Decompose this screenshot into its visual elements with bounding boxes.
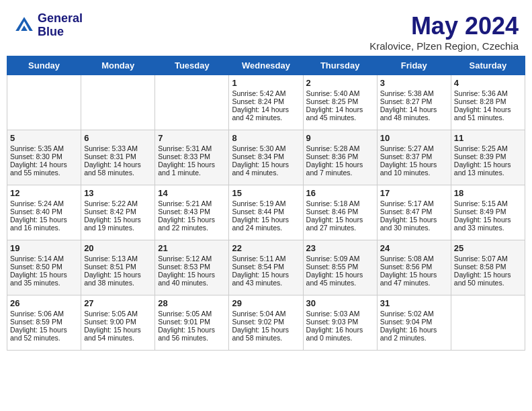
sunset: Sunset: 8:39 PM [454,152,522,161]
month-title: May 2024 [369,12,519,40]
sunrise: Sunrise: 5:11 AM [232,255,300,263]
day-number: 30 [306,298,374,308]
day-number: 8 [232,133,300,143]
sunset: Sunset: 8:37 PM [380,152,448,161]
daylight: Daylight: 15 hours and 30 minutes. [380,216,448,232]
calendar-cell: 7Sunrise: 5:31 AMSunset: 8:33 PMDaylight… [155,130,229,185]
calendar-cell: 13Sunrise: 5:22 AMSunset: 8:42 PMDayligh… [81,185,155,240]
daylight: Daylight: 16 hours and 2 minutes. [380,326,448,342]
sunrise: Sunrise: 5:06 AM [10,310,78,318]
sunset: Sunset: 8:47 PM [380,208,448,216]
daylight: Daylight: 14 hours and 42 minutes. [232,105,300,122]
location: Kralovice, Plzen Region, Czechia [369,40,519,52]
daylight: Daylight: 14 hours and 55 minutes. [10,161,78,177]
sunset: Sunset: 8:42 PM [84,208,152,216]
calendar-cell: 26Sunrise: 5:06 AMSunset: 8:59 PMDayligh… [7,295,81,351]
daylight: Daylight: 14 hours and 58 minutes. [84,161,152,177]
day-number: 29 [232,298,300,308]
sunrise: Sunrise: 5:18 AM [306,199,374,208]
sunset: Sunset: 8:56 PM [380,263,448,271]
sunset: Sunset: 8:30 PM [10,152,78,161]
sunrise: Sunrise: 5:30 AM [232,144,300,152]
calendar-cell: 24Sunrise: 5:08 AMSunset: 8:56 PMDayligh… [377,240,451,295]
calendar-cell: 23Sunrise: 5:09 AMSunset: 8:55 PMDayligh… [303,240,377,295]
sunset: Sunset: 8:34 PM [232,152,300,161]
calendar-cell [451,295,525,351]
calendar-cell: 25Sunrise: 5:07 AMSunset: 8:58 PMDayligh… [451,240,525,295]
day-number: 26 [10,298,78,308]
calendar-cell: 30Sunrise: 5:03 AMSunset: 9:03 PMDayligh… [303,295,377,351]
calendar-cell: 18Sunrise: 5:15 AMSunset: 8:49 PMDayligh… [451,185,525,240]
sunset: Sunset: 8:33 PM [158,152,226,161]
calendar-cell: 21Sunrise: 5:12 AMSunset: 8:53 PMDayligh… [155,240,229,295]
sunset: Sunset: 8:58 PM [454,263,522,271]
sunrise: Sunrise: 5:09 AM [306,255,374,263]
sunset: Sunset: 8:59 PM [10,318,78,326]
day-number: 9 [306,133,374,143]
sunrise: Sunrise: 5:33 AM [84,144,152,152]
calendar-cell: 20Sunrise: 5:13 AMSunset: 8:51 PMDayligh… [81,240,155,295]
daylight: Daylight: 15 hours and 58 minutes. [232,326,300,342]
day-number: 22 [232,243,300,253]
sunrise: Sunrise: 5:04 AM [232,310,300,318]
daylight: Daylight: 15 hours and 35 minutes. [10,271,78,287]
daylight: Daylight: 15 hours and 38 minutes. [84,271,152,287]
day-number: 28 [158,298,226,308]
sunrise: Sunrise: 5:13 AM [84,255,152,263]
calendar-cell [155,75,229,130]
logo: General Blue [13,12,83,39]
day-number: 25 [454,243,522,253]
calendar-cell: 3Sunrise: 5:38 AMSunset: 8:27 PMDaylight… [377,75,451,130]
daylight: Daylight: 15 hours and 56 minutes. [158,326,226,342]
day-number: 14 [158,188,226,198]
sunset: Sunset: 8:46 PM [306,208,374,216]
calendar-header: SundayMondayTuesdayWednesdayThursdayFrid… [7,56,525,75]
sunrise: Sunrise: 5:27 AM [380,144,448,152]
calendar-cell: 12Sunrise: 5:24 AMSunset: 8:40 PMDayligh… [7,185,81,240]
calendar-cell: 31Sunrise: 5:02 AMSunset: 9:04 PMDayligh… [377,295,451,351]
weekday-header-monday: Monday [81,56,155,75]
daylight: Daylight: 15 hours and 40 minutes. [158,271,226,287]
sunset: Sunset: 8:51 PM [84,263,152,271]
calendar-cell: 15Sunrise: 5:19 AMSunset: 8:44 PMDayligh… [229,185,303,240]
calendar-cell: 1Sunrise: 5:42 AMSunset: 8:24 PMDaylight… [229,75,303,130]
sunrise: Sunrise: 5:36 AM [454,89,522,97]
daylight: Daylight: 15 hours and 33 minutes. [454,216,522,232]
sunset: Sunset: 8:49 PM [454,208,522,216]
logo-text: General Blue [38,12,83,39]
sunrise: Sunrise: 5:02 AM [380,310,448,318]
sunrise: Sunrise: 5:15 AM [454,199,522,208]
daylight: Daylight: 15 hours and 50 minutes. [454,271,522,287]
day-number: 27 [84,298,152,308]
daylight: Daylight: 15 hours and 10 minutes. [380,161,448,177]
calendar-cell [81,75,155,130]
calendar-cell: 10Sunrise: 5:27 AMSunset: 8:37 PMDayligh… [377,130,451,185]
day-number: 6 [84,133,152,143]
daylight: Daylight: 15 hours and 27 minutes. [306,216,374,232]
sunrise: Sunrise: 5:17 AM [380,199,448,208]
day-number: 3 [380,78,448,88]
day-number: 18 [454,188,522,198]
calendar-cell: 22Sunrise: 5:11 AMSunset: 8:54 PMDayligh… [229,240,303,295]
daylight: Daylight: 15 hours and 13 minutes. [454,161,522,177]
sunset: Sunset: 8:28 PM [454,97,522,105]
sunrise: Sunrise: 5:08 AM [380,255,448,263]
day-number: 7 [158,133,226,143]
daylight: Daylight: 15 hours and 54 minutes. [84,326,152,342]
sunset: Sunset: 9:00 PM [84,318,152,326]
calendar-cell: 9Sunrise: 5:28 AMSunset: 8:36 PMDaylight… [303,130,377,185]
daylight: Daylight: 15 hours and 22 minutes. [158,216,226,232]
day-number: 5 [10,133,78,143]
day-number: 10 [380,133,448,143]
calendar-cell: 19Sunrise: 5:14 AMSunset: 8:50 PMDayligh… [7,240,81,295]
day-number: 2 [306,78,374,88]
day-number: 21 [158,243,226,253]
calendar-cell: 16Sunrise: 5:18 AMSunset: 8:46 PMDayligh… [303,185,377,240]
day-number: 11 [454,133,522,143]
day-number: 12 [10,188,78,198]
daylight: Daylight: 15 hours and 1 minute. [158,161,226,177]
daylight: Daylight: 15 hours and 43 minutes. [232,271,300,287]
sunset: Sunset: 8:43 PM [158,208,226,216]
daylight: Daylight: 15 hours and 7 minutes. [306,161,374,177]
sunset: Sunset: 8:24 PM [232,97,300,105]
